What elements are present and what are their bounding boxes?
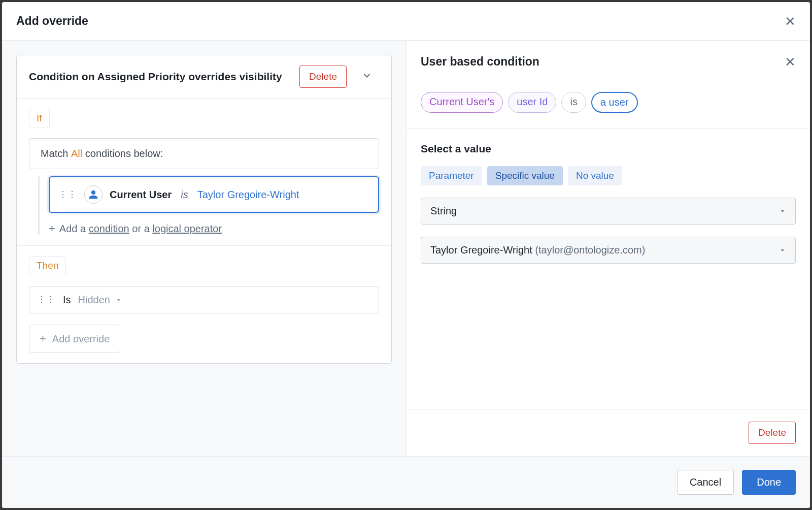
card-title: Condition on Assigned Priority overrides… [29,69,291,84]
right-header: User based condition ✕ [407,41,810,83]
cancel-button[interactable]: Cancel [677,470,734,495]
visibility-value: Hidden [78,294,110,306]
modal-body: Condition on Assigned Priority overrides… [2,41,810,456]
type-select-value: String [430,205,457,217]
match-box[interactable]: Match All conditions below: [29,138,379,169]
add-cond-text: Add a [59,223,89,234]
add-condition-row[interactable]: + Add a condition or a logical operator [49,222,379,235]
condition-operator: is [181,189,188,201]
modal-title: Add override [16,14,88,28]
tab-parameter[interactable]: Parameter [421,166,482,185]
add-cond-text2: or a [129,223,153,234]
add-override-modal: Add override ✕ Condition on Assigned Pri… [2,2,810,508]
token-a-user[interactable]: a user [591,92,638,113]
user-select[interactable]: Taylor Gregoire-Wright (taylor@ontologiz… [421,237,796,264]
match-prefix: Match [41,148,71,159]
done-button[interactable]: Done [742,470,796,495]
conditions-wrap: ⋮⋮ Current User is Taylor Gregoire-Wrigh… [38,176,379,235]
visibility-select[interactable]: Hidden [78,294,122,306]
modal-header: Add override ✕ [2,2,810,41]
if-badge: If [29,109,50,128]
condition-subject: Current User [110,189,172,201]
type-select[interactable]: String [421,198,796,225]
override-card: Condition on Assigned Priority overrides… [16,55,392,364]
drag-handle-icon[interactable]: ⋮⋮ [38,298,56,301]
condition-value: Taylor Gregoire-Wright [197,189,299,201]
plus-icon: + [49,222,55,235]
delete-condition-button[interactable]: Delete [749,422,796,444]
modal-footer: Cancel Done [2,456,810,508]
drag-handle-icon[interactable]: ⋮⋮ [59,193,77,196]
right-content: User based condition ✕ Current User's us… [407,41,810,409]
token-current-users[interactable]: Current User's [421,92,503,113]
select-value-section: Select a value Parameter Specific value … [407,129,810,290]
caret-down-icon [779,208,786,215]
caret-down-icon [779,247,786,254]
value-source-tabs: Parameter Specific value No value [421,166,796,185]
right-pane: User based condition ✕ Current User's us… [406,41,810,456]
right-title: User based condition [421,55,539,69]
tab-no-value[interactable]: No value [568,166,622,185]
token-user-id[interactable]: user Id [508,92,556,113]
tab-specific-value[interactable]: Specific value [487,166,563,185]
close-right-icon[interactable]: ✕ [785,55,796,69]
then-section: Then ⋮⋮ Is Hidden + Add override [17,246,391,363]
add-logical-operator-link[interactable]: logical operator [152,223,222,234]
condition-token-row: Current User's user Id is a user [407,83,810,129]
add-override-button[interactable]: + Add override [29,325,120,353]
select-value-label: Select a value [421,143,796,155]
then-badge: Then [29,256,66,275]
user-icon [84,185,103,204]
delete-override-button[interactable]: Delete [299,66,347,88]
collapse-toggle[interactable] [355,67,379,87]
caret-down-icon [115,297,122,304]
add-override-label: Add override [52,333,110,345]
token-is[interactable]: is [561,92,586,113]
condition-row[interactable]: ⋮⋮ Current User is Taylor Gregoire-Wrigh… [49,176,379,213]
left-pane: Condition on Assigned Priority overrides… [2,41,406,456]
add-condition-link[interactable]: condition [89,223,129,234]
outcome-row[interactable]: ⋮⋮ Is Hidden [29,286,379,313]
plus-icon: + [40,332,46,345]
chevron-down-icon [362,71,372,81]
match-suffix: conditions below: [82,148,163,159]
user-select-value: Taylor Gregoire-Wright (taylor@ontologiz… [430,244,645,256]
right-footer: Delete [407,409,810,456]
card-header: Condition on Assigned Priority overrides… [17,55,391,99]
if-section: If Match All conditions below: ⋮⋮ Curren… [17,99,391,245]
is-label: Is [63,294,71,306]
close-icon[interactable]: ✕ [785,15,796,28]
match-all: All [71,148,82,159]
